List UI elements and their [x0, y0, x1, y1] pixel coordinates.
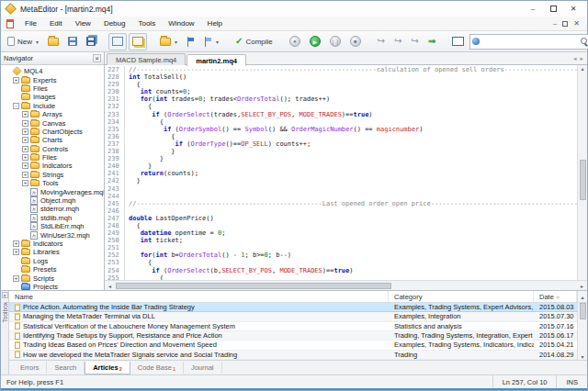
- expander-icon[interactable]: +: [22, 154, 28, 161]
- column-header-date[interactable]: Date▿: [534, 291, 577, 302]
- mdi-close-button[interactable]: ✕: [573, 19, 580, 28]
- tree-item-indicators[interactable]: +Indicators: [1, 162, 104, 170]
- editor-tab-macd-sample-mq4[interactable]: MACD Sample.mq4: [107, 53, 186, 65]
- column-header-category[interactable]: Category: [389, 291, 534, 302]
- menu-window[interactable]: Window: [162, 17, 200, 29]
- scroll-left-icon[interactable]: ◂: [107, 283, 113, 289]
- expander-icon[interactable]: +: [13, 240, 19, 247]
- pause-debug-button[interactable]: ❘❘: [326, 33, 345, 50]
- navigator-close-icon[interactable]: ✕: [93, 54, 101, 62]
- tree-item-stdlib-mqh[interactable]: hstdlib.mqh: [1, 214, 104, 222]
- code-editor[interactable]: 227//-----------------------------------…: [105, 65, 577, 280]
- table-scroll-down-icon[interactable]: ▾: [581, 353, 583, 360]
- cascade-windows-button[interactable]: [129, 33, 147, 50]
- tree-item-winuser32-mqh[interactable]: hWinUser32.mqh: [1, 230, 104, 239]
- step-out-button[interactable]: ↪: [408, 33, 423, 50]
- save-button[interactable]: [64, 33, 81, 50]
- debug-restart-button[interactable]: ●: [286, 33, 304, 50]
- toggle-bookmark-button[interactable]: [183, 33, 198, 50]
- tile-windows-button[interactable]: [108, 33, 127, 50]
- expander-icon[interactable]: +: [13, 249, 19, 255]
- step-into-button[interactable]: ↪: [374, 33, 389, 50]
- expander-icon[interactable]: +: [13, 77, 19, 84]
- expander-icon[interactable]: +: [22, 137, 28, 143]
- tree-item-canvas[interactable]: +Canvas: [1, 118, 104, 127]
- article-row[interactable]: Price Action. Automating the Inside Bar …: [9, 303, 577, 312]
- tab-scroll-left-icon[interactable]: ◂: [573, 55, 577, 62]
- tree-item-indicators[interactable]: +Indicators: [1, 240, 104, 248]
- column-header-name[interactable]: Name: [9, 291, 389, 302]
- tree-item-movingaverages-mqh[interactable]: hMovingAverages.mqh: [1, 187, 104, 196]
- toolbox-tab-errors[interactable]: Errors: [13, 362, 47, 374]
- tree-item-mql4[interactable]: MQL4: [1, 67, 104, 75]
- search-icon[interactable]: [581, 38, 588, 46]
- tree-item-presets[interactable]: Presets: [1, 265, 104, 274]
- tab-scroll-right-icon[interactable]: ▸: [580, 55, 583, 62]
- toolbox-tab-articles[interactable]: Articles2: [85, 362, 130, 374]
- editor-vertical-scrollbar[interactable]: ▴: [577, 65, 587, 280]
- scroll-thumb[interactable]: [580, 303, 586, 319]
- tree-item-projects[interactable]: Projects: [1, 283, 104, 290]
- menu-tools[interactable]: Tools: [131, 17, 162, 29]
- continue-button[interactable]: ⇒: [424, 33, 439, 50]
- expander-icon[interactable]: +: [22, 146, 28, 152]
- tree-item-scripts[interactable]: +Scripts: [1, 274, 104, 282]
- tree-item-logs[interactable]: Logs: [1, 257, 104, 265]
- search-input[interactable]: [480, 36, 581, 48]
- save-all-button[interactable]: [83, 33, 99, 50]
- tree-item-arrays[interactable]: +Arrays: [1, 110, 104, 118]
- stop-debug-button[interactable]: ■: [346, 33, 365, 50]
- expander-icon[interactable]: +: [13, 275, 19, 282]
- article-row[interactable]: Trading Ideas Based on Prices' Direction…: [9, 341, 577, 350]
- article-row[interactable]: Managing the MetaTrader Terminal via DLL…: [9, 312, 577, 321]
- tree-item-chartobjects[interactable]: +ChartObjects: [1, 128, 104, 136]
- mdi-restore-button[interactable]: [562, 21, 568, 27]
- expander-icon[interactable]: +: [22, 180, 28, 186]
- menu-help[interactable]: Help: [201, 17, 229, 29]
- editor-horizontal-scrollbar[interactable]: ◂ ▸: [105, 280, 587, 290]
- toolbox-close-icon[interactable]: ✕: [2, 292, 8, 298]
- table-vertical-scrollbar[interactable]: ▾: [577, 303, 587, 360]
- expander-icon[interactable]: +: [22, 120, 28, 127]
- article-row[interactable]: Identifying Trade Setups by Support, Res…: [9, 331, 577, 341]
- step-over-button[interactable]: ↪: [390, 33, 405, 50]
- scroll-thumb[interactable]: [580, 160, 586, 200]
- editor-tab-martin2-mq4[interactable]: martin2.mq4: [187, 54, 246, 66]
- expander-icon[interactable]: +: [22, 111, 28, 117]
- tree-item-controls[interactable]: +Controls: [1, 145, 104, 153]
- toolbox-tab-journal[interactable]: Journal: [184, 362, 222, 374]
- tree-item-images[interactable]: Images: [1, 93, 104, 101]
- maximize-button[interactable]: [543, 3, 563, 16]
- next-bookmark-button[interactable]: ▾: [200, 33, 222, 50]
- article-row[interactable]: How we developed the MetaTrader Signals …: [9, 351, 577, 360]
- tree-item-charts[interactable]: +Charts: [1, 136, 104, 144]
- tree-item-files[interactable]: Files: [1, 84, 104, 93]
- expander-icon[interactable]: -: [13, 103, 19, 109]
- scroll-up-icon[interactable]: ▴: [581, 65, 583, 72]
- start-debug-button[interactable]: ▶: [306, 33, 324, 50]
- table-scroll-up-icon[interactable]: ▴: [577, 291, 587, 302]
- menu-view[interactable]: View: [69, 17, 97, 29]
- tree-item-stderror-mqh[interactable]: hstderror.mqh: [1, 205, 104, 213]
- open-terminal-button[interactable]: [448, 33, 468, 50]
- toolbox-tab-code-base[interactable]: Code Base1: [130, 362, 184, 374]
- tree-item-libraries[interactable]: +Libraries: [1, 248, 104, 256]
- scroll-right-icon[interactable]: ▸: [579, 283, 585, 289]
- snippets-dropdown-button[interactable]: ▾: [156, 33, 181, 50]
- article-row[interactable]: Statistical Verification of the Labouche…: [9, 322, 577, 331]
- tree-item-strings[interactable]: +Strings: [1, 171, 104, 179]
- menu-file[interactable]: File: [18, 17, 43, 29]
- menu-debug[interactable]: Debug: [97, 17, 132, 29]
- expander-icon[interactable]: +: [22, 172, 28, 178]
- tree-item-experts[interactable]: +Experts: [1, 75, 104, 84]
- tree-item-tools[interactable]: +Tools: [1, 179, 104, 187]
- compile-button[interactable]: ✓ Compile: [232, 33, 277, 50]
- tree-item-stdliberr-mqh[interactable]: hStdLibErr.mqh: [1, 222, 104, 230]
- tree-item-include[interactable]: -Include: [1, 102, 104, 110]
- toolbox-tab-search[interactable]: Search: [47, 362, 85, 374]
- tree-item-files[interactable]: +Files: [1, 153, 104, 162]
- mdi-minimize-button[interactable]: –: [553, 19, 557, 28]
- open-file-button[interactable]: [44, 33, 62, 50]
- minimize-button[interactable]: –: [523, 3, 543, 16]
- expander-icon[interactable]: +: [22, 162, 28, 169]
